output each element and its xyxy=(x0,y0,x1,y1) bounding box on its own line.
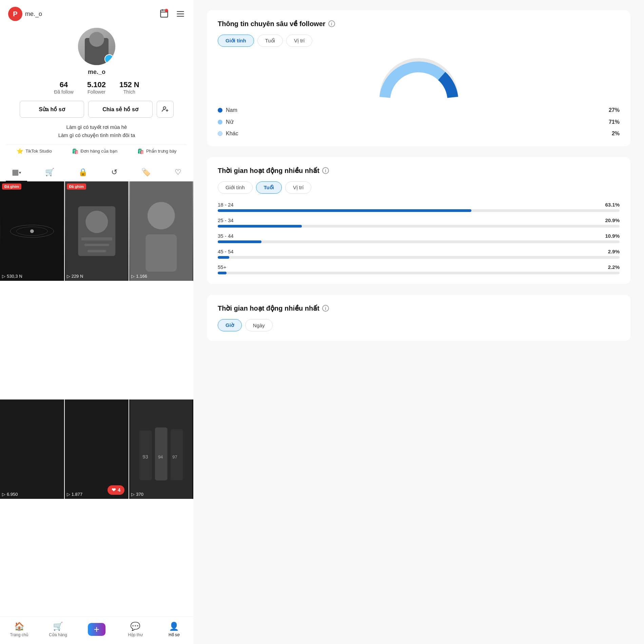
legend-item-nu: Nữ 71% xyxy=(218,119,620,125)
tab-liked[interactable]: ♡ xyxy=(169,166,188,181)
follower-insights-card: Thông tin chuyên sâu về follower i Giới … xyxy=(207,10,630,146)
link-tiktok-studio[interactable]: ⭐ TikTok Studio xyxy=(17,148,52,154)
video-thumb-1 xyxy=(0,181,64,281)
plus-button[interactable]: + xyxy=(88,623,105,636)
shop-icon: 🛒 xyxy=(53,622,63,631)
bio: Làm gì có tuyết rơi mùa hè Làm gì có chu… xyxy=(58,123,135,139)
video-cell-1[interactable]: Đã ghim ▷ 530,3 N xyxy=(0,181,64,281)
video-cell-6[interactable]: 93 94 97 ▷ 370 xyxy=(129,399,193,499)
link-orders[interactable]: 🛍️ Đơn hàng của bạn xyxy=(72,148,118,154)
link-showcase[interactable]: 🛍️ Phần trưng bày xyxy=(137,148,177,154)
video-views-4: ▷ 6.950 xyxy=(2,492,18,497)
bar-fill-25 xyxy=(218,225,302,228)
video-thumb-2 xyxy=(65,181,129,281)
stat-follow: 64 Đã follow xyxy=(54,80,74,95)
hamburger-icon[interactable] xyxy=(176,9,185,19)
nav-plus[interactable]: + xyxy=(83,623,110,636)
calendar-icon[interactable] xyxy=(159,8,169,18)
legend-item-nam: Nam 27% xyxy=(218,107,620,113)
profile-icon: 👤 xyxy=(169,622,179,631)
edit-profile-button[interactable]: Sửa hồ sơ xyxy=(20,101,84,118)
follower-filters: Giới tính Tuổi Vị trí xyxy=(218,35,620,47)
svg-rect-29 xyxy=(155,427,168,480)
time-tab-gio[interactable]: Giờ xyxy=(218,319,242,331)
svg-point-4 xyxy=(165,9,168,12)
svg-text:93: 93 xyxy=(143,454,148,460)
star-icon: ⭐ xyxy=(17,148,23,154)
tab-grid[interactable]: ▦▾ xyxy=(6,166,27,181)
top-bar: P me._o xyxy=(0,0,193,24)
bar-fill-55 xyxy=(218,272,227,274)
tab-shop[interactable]: 🛒 xyxy=(39,166,60,181)
video-cell-2[interactable]: Đã ghim ▷ 229 N xyxy=(65,181,129,281)
bar-fill-18 xyxy=(218,209,471,212)
share-profile-button[interactable]: Chia sẻ hồ sơ xyxy=(88,101,153,118)
video-cell-4[interactable]: ▷ 6.950 xyxy=(0,399,64,499)
activity-filters-1: Giới tính Tuổi Vị trí xyxy=(218,181,620,194)
bar-pct-25: 20.9% xyxy=(605,217,620,223)
profile-username: me._o xyxy=(88,69,105,76)
avatar-badge xyxy=(104,54,114,64)
filter-age[interactable]: Tuổi xyxy=(257,35,283,47)
filter-location[interactable]: Vị trí xyxy=(286,35,313,47)
stats-row: 64 Đã follow 5.102 Follower 152 N Thích xyxy=(54,80,139,95)
top-bar-right xyxy=(159,8,185,19)
activity-filter-location[interactable]: Vị trí xyxy=(285,181,312,194)
activity-filter-gender[interactable]: Giới tính xyxy=(218,181,253,194)
svg-point-17 xyxy=(85,211,108,233)
activity-title-2: Thời gian hoạt động nhiều nhất i xyxy=(218,304,620,312)
links-row: ⭐ TikTok Studio 🛍️ Đơn hàng của bạn 🛍️ P… xyxy=(7,144,187,158)
showcase-icon: 🛍️ xyxy=(137,148,144,154)
bar-fill-35 xyxy=(218,240,261,243)
tab-arrow: ▾ xyxy=(19,170,21,175)
bar-label-45: 45 - 54 xyxy=(218,249,234,254)
activity-card-1: Thời gian hoạt động nhiều nhất i Giới tí… xyxy=(207,157,630,284)
stat-like: 152 N Thích xyxy=(119,80,139,95)
tab-private[interactable]: 🔒 xyxy=(72,166,94,181)
time-tab-ngay[interactable]: Ngày xyxy=(245,319,273,331)
stat-follower: 5.102 Follower xyxy=(87,80,106,95)
bar-pct-35: 10.9% xyxy=(605,233,620,239)
tab-tagged[interactable]: 🏷️ xyxy=(135,166,157,181)
video-cell-5[interactable]: ▷ 1.877 ❤ 4 xyxy=(65,399,129,499)
follower-count: 5.102 xyxy=(87,80,106,89)
nav-home[interactable]: 🏠 Trang chủ xyxy=(6,622,33,637)
video-thumb-3 xyxy=(129,181,193,281)
filter-gender[interactable]: Giới tính xyxy=(218,35,254,47)
legend-pct-khac: 2% xyxy=(612,131,620,137)
activity2-info-icon[interactable]: i xyxy=(322,305,329,312)
tab-reposts[interactable]: ↺ xyxy=(105,166,123,181)
follower-info-icon[interactable]: i xyxy=(328,20,335,27)
svg-point-22 xyxy=(148,202,175,230)
bar-fill-45 xyxy=(218,256,229,259)
bar-row-35: 35 - 44 10.9% xyxy=(218,233,620,243)
bar-track-18 xyxy=(218,209,620,212)
video-thumb-6: 93 94 97 xyxy=(129,399,193,499)
svg-rect-20 xyxy=(87,250,106,252)
video-views-3: ▷ 1.166 xyxy=(131,274,147,279)
legend-list: Nam 27% Nữ 71% Khác 2% xyxy=(218,107,620,137)
nav-inbox[interactable]: 💬 Hộp thư xyxy=(122,622,149,637)
add-friend-button[interactable] xyxy=(157,101,174,118)
legend-item-khac: Khác 2% xyxy=(218,131,620,137)
video-cell-3[interactable]: ▷ 1.166 xyxy=(129,181,193,281)
bar-list: 18 - 24 63.1% 25 - 34 20.9% 35 - 44 xyxy=(218,202,620,274)
svg-text:97: 97 xyxy=(173,454,177,460)
svg-point-14 xyxy=(30,229,34,233)
svg-rect-18 xyxy=(81,237,112,240)
nav-shop[interactable]: 🛒 Cửa hàng xyxy=(44,622,72,637)
activity-filter-age[interactable]: Tuổi xyxy=(256,181,282,194)
like-label: Thích xyxy=(119,89,139,95)
donut-chart xyxy=(378,55,460,99)
legend-label-khac: Khác xyxy=(226,131,238,137)
nav-profile[interactable]: 👤 Hồ sơ xyxy=(160,622,188,637)
bar-label-35: 35 - 44 xyxy=(218,233,234,239)
plus-icon: + xyxy=(94,625,99,634)
activity-info-icon[interactable]: i xyxy=(322,167,329,174)
add-person-icon xyxy=(161,105,169,113)
bar-track-35 xyxy=(218,240,620,243)
action-buttons: Sửa hồ sơ Chia sẻ hồ sơ xyxy=(7,101,187,118)
svg-rect-24 xyxy=(1,399,63,499)
activity-card-2: Thời gian hoạt động nhiều nhất i Giờ Ngà… xyxy=(207,295,630,341)
content-tabs: ▦▾ 🛒 🔒 ↺ 🏷️ ♡ xyxy=(0,163,193,181)
